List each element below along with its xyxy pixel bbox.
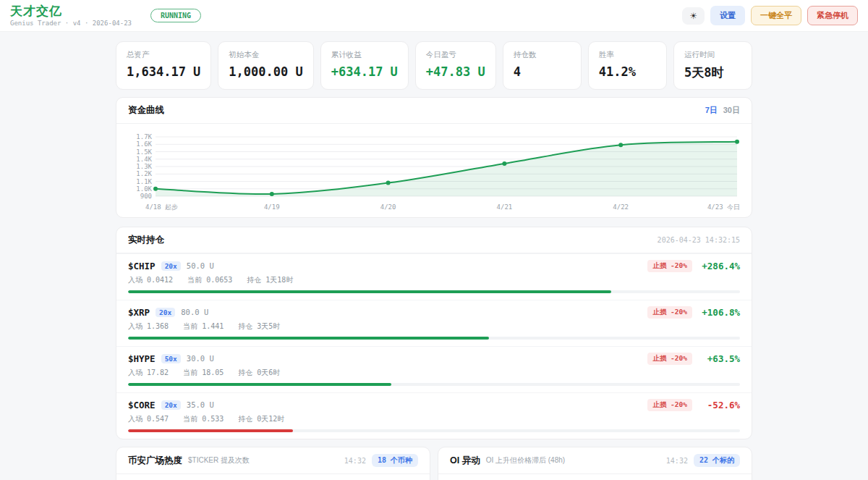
brand: 天才交亿 Genius Trader · v4 · 2026-04-23 <box>10 5 132 27</box>
svg-text:4/20: 4/20 <box>380 203 396 211</box>
sun-icon: ☀ <box>689 11 697 21</box>
status-badge: RUNNING <box>150 9 201 22</box>
app-subtitle: Genius Trader · v4 · 2026-04-23 <box>10 20 132 27</box>
stop-loss-badge: 止损 -20% <box>647 399 692 411</box>
svg-text:1.5K: 1.5K <box>136 148 152 156</box>
stat-card: 总资产 1,634.17 U <box>116 41 211 90</box>
position-holding-time: 持仓 0天12时 <box>238 414 284 424</box>
pnl-bar-fill <box>128 429 293 432</box>
stat-label: 总资产 <box>127 50 200 60</box>
stat-label: 运行时间 <box>684 50 741 60</box>
pnl-bar-fill <box>128 337 489 340</box>
range-tabs: 7日 30日 <box>705 105 740 116</box>
stat-card: 累计收益 +634.17 U <box>320 41 409 90</box>
leverage-badge: 20x <box>161 400 181 410</box>
stat-card: 初始本金 1,000.00 U <box>218 41 313 90</box>
stats-row: 总资产 1,634.17 U 初始本金 1,000.00 U 累计收益 +634… <box>116 41 752 90</box>
pnl-bar-track <box>128 429 740 432</box>
oi-anomaly-panel: OI 异动 OI 上升但价格滞后 (48h) 14:32 22 个标的 币种 O… <box>438 447 752 480</box>
range-tab[interactable]: 7日 <box>705 105 718 116</box>
emergency-stop-button[interactable]: 紧急停机 <box>807 6 858 25</box>
stat-card: 持仓数 4 <box>503 41 582 90</box>
position-current: 当前 1.441 <box>183 321 224 332</box>
svg-text:900: 900 <box>140 193 152 200</box>
position-current: 当前 0.533 <box>183 414 224 424</box>
svg-text:4/23 今日: 4/23 今日 <box>707 203 740 211</box>
stat-label: 累计收益 <box>331 50 398 60</box>
equity-curve-body: 1.7K1.6K1.5K1.4K1.3K1.2K1.1K1.0K9004/18 … <box>116 124 752 217</box>
oi-table-header: 币种 OI 变化 价格变化 背离度 24H 成交量 <box>448 476 741 480</box>
top-bar: 天才交亿 Genius Trader · v4 · 2026-04-23 RUN… <box>0 0 868 32</box>
position-pnl: +106.8% <box>698 307 740 318</box>
top-actions: ☀ 设置 一键全平 紧急停机 <box>682 6 858 25</box>
equity-curve-title: 资金曲线 <box>128 104 164 117</box>
positions-title: 实时持仓 <box>128 234 164 246</box>
stat-value: 1,634.17 U <box>127 64 200 79</box>
equity-curve-chart: 1.7K1.6K1.5K1.4K1.3K1.2K1.1K1.0K9004/18 … <box>128 130 741 212</box>
leverage-badge: 20x <box>161 261 181 271</box>
svg-text:1.6K: 1.6K <box>136 140 152 148</box>
range-tab[interactable]: 30日 <box>723 105 740 116</box>
leverage-badge: 20x <box>156 308 175 317</box>
position-holding-time: 持仓 1天18时 <box>247 275 293 285</box>
coin-count-badge: 18 个币种 <box>372 454 418 467</box>
position-symbol: $CHIP <box>128 261 156 271</box>
theme-toggle-button[interactable]: ☀ <box>682 7 705 25</box>
main-content: 总资产 1,634.17 U 初始本金 1,000.00 U 累计收益 +634… <box>116 41 752 480</box>
position-holding-time: 持仓 0天6时 <box>238 368 280 378</box>
positions-timestamp: 2026-04-23 14:32:15 <box>658 236 740 244</box>
position-pnl: +286.4% <box>698 261 740 271</box>
position-size: 35.0 U <box>187 400 214 409</box>
stop-loss-badge: 止损 -20% <box>647 353 692 365</box>
position-holding-time: 持仓 3天5时 <box>238 321 280 332</box>
stat-value: 5天8时 <box>684 64 741 81</box>
leverage-badge: 50x <box>161 354 181 363</box>
position-entry: 入场 0.0412 <box>128 275 173 285</box>
position-row: $XRP 20x 80.0 U 止损 -20% +106.8% 入场 1.368… <box>116 300 752 346</box>
equity-curve-card: 资金曲线 7日 30日 1.7K1.6K1.5K1.4K1.3K1.2K1.1K… <box>116 97 752 218</box>
position-pnl: +63.5% <box>698 353 740 364</box>
positions-header: 实时持仓 2026-04-23 14:32:15 <box>116 227 752 253</box>
square-heat-rows: 1 CHIP 127 三源共振 2 XRP <box>116 474 430 480</box>
position-row: $HYPE 50x 30.0 U 止损 -20% +63.5% 入场 17.82… <box>116 346 752 392</box>
stat-card: 胜率 41.2% <box>588 41 667 90</box>
position-row: $CHIP 20x 50.0 U 止损 -20% +286.4% 入场 0.04… <box>116 253 752 300</box>
svg-text:1.3K: 1.3K <box>136 163 152 170</box>
square-heat-title: 币安广场热度 <box>128 455 182 467</box>
positions-card: 实时持仓 2026-04-23 14:32:15 $CHIP 20x 50.0 … <box>116 227 752 439</box>
position-symbol: $XRP <box>128 307 150 318</box>
equity-curve-header: 资金曲线 7日 30日 <box>116 98 752 124</box>
position-symbol: $HYPE <box>128 353 156 364</box>
pnl-bar-track <box>128 337 740 340</box>
position-size: 30.0 U <box>187 354 214 363</box>
bottom-panels: 币安广场热度 $TICKER 提及次数 14:32 18 个币种 1 CHIP … <box>116 447 752 480</box>
position-entry: 入场 0.547 <box>128 414 169 424</box>
stat-card: 今日盈亏 +47.83 U <box>415 41 496 90</box>
position-row: $CORE 20x 35.0 U 止损 -20% -52.6% 入场 0.547… <box>116 392 752 439</box>
stat-label: 今日盈亏 <box>426 50 485 60</box>
close-all-positions-button[interactable]: 一键全平 <box>751 6 801 25</box>
svg-text:1.7K: 1.7K <box>136 133 152 140</box>
pnl-bar-fill <box>128 290 611 293</box>
stat-value: +634.17 U <box>331 64 398 79</box>
stat-value: 4 <box>514 64 571 79</box>
oi-anomaly-subtitle: OI 上升但价格滞后 (48h) <box>486 455 565 466</box>
oi-anomaly-title: OI 异动 <box>450 455 480 467</box>
app-title: 天才交亿 <box>10 5 132 18</box>
pnl-bar-fill <box>128 383 391 386</box>
svg-text:1.1K: 1.1K <box>136 178 152 185</box>
square-heat-time: 14:32 <box>344 457 366 465</box>
svg-text:4/19: 4/19 <box>264 203 280 211</box>
stat-label: 胜率 <box>599 50 656 60</box>
square-heat-subtitle: $TICKER 提及次数 <box>188 455 250 466</box>
svg-text:4/21: 4/21 <box>497 203 513 211</box>
svg-text:1.2K: 1.2K <box>136 170 152 177</box>
position-current: 当前 18.05 <box>183 368 224 378</box>
stat-value: 1,000.00 U <box>229 64 302 79</box>
position-entry: 入场 1.368 <box>128 321 169 332</box>
svg-text:4/22: 4/22 <box>613 203 629 211</box>
settings-button[interactable]: 设置 <box>710 6 745 25</box>
pnl-bar-track <box>128 383 740 386</box>
position-size: 50.0 U <box>187 261 214 270</box>
stop-loss-badge: 止损 -20% <box>647 306 692 319</box>
